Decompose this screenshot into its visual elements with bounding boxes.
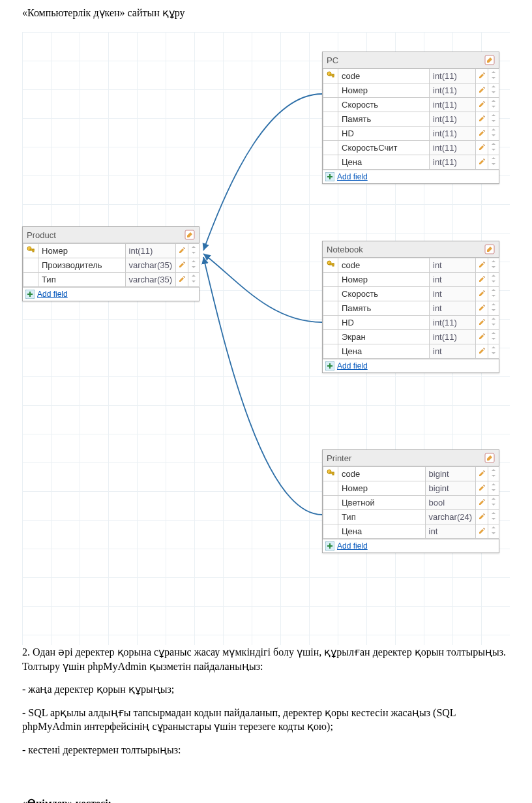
field-row[interactable]: Памятьint <box>323 301 499 316</box>
field-row[interactable]: Типvarchar(35) <box>23 273 200 287</box>
field-name: Скорость <box>338 287 430 301</box>
reorder-field-icon[interactable] <box>488 344 499 359</box>
reorder-field-icon[interactable] <box>488 301 499 316</box>
edit-field-icon[interactable] <box>476 83 488 98</box>
field-name: code <box>338 258 430 273</box>
reorder-field-icon[interactable] <box>488 258 499 273</box>
edit-field-icon[interactable] <box>476 344 488 359</box>
edit-table-icon[interactable] <box>484 244 495 254</box>
edit-table-icon[interactable] <box>484 453 495 463</box>
edit-field-icon[interactable] <box>476 98 488 112</box>
field-name: Цена <box>338 524 426 539</box>
field-row[interactable]: HDint(11) <box>323 316 499 330</box>
add-field-icon[interactable] <box>25 290 35 299</box>
edit-field-icon[interactable] <box>176 273 188 287</box>
field-type: varchar(35) <box>125 273 175 287</box>
edit-field-icon[interactable] <box>476 510 488 524</box>
reorder-field-icon[interactable] <box>488 112 499 127</box>
field-row[interactable]: Цветнойbool <box>323 496 499 510</box>
edit-field-icon[interactable] <box>476 112 488 127</box>
edit-field-icon[interactable] <box>476 330 488 344</box>
reorder-field-icon[interactable] <box>188 273 200 287</box>
add-field-icon[interactable] <box>325 541 334 551</box>
add-field-link[interactable]: Add field <box>337 361 368 371</box>
reorder-field-icon[interactable] <box>488 481 499 496</box>
edit-field-icon[interactable] <box>476 524 488 539</box>
field-row[interactable]: codebigint <box>323 467 499 481</box>
reorder-field-icon[interactable] <box>488 83 499 98</box>
edit-field-icon[interactable] <box>476 273 488 287</box>
reorder-field-icon[interactable] <box>488 316 499 330</box>
field-row[interactable]: Номерbigint <box>323 481 499 496</box>
field-row[interactable]: Ценаint(11) <box>323 155 499 170</box>
field-row[interactable]: Типvarchar(24) <box>323 510 499 524</box>
reorder-field-icon[interactable] <box>488 287 499 301</box>
edit-field-icon[interactable] <box>476 316 488 330</box>
edit-field-icon[interactable] <box>476 258 488 273</box>
svg-rect-3 <box>33 249 34 252</box>
edit-field-icon[interactable] <box>476 496 488 510</box>
edit-table-icon[interactable] <box>484 55 495 65</box>
field-row[interactable]: Скоростьint <box>323 287 499 301</box>
edit-field-icon[interactable] <box>476 301 488 316</box>
primary-key-icon <box>323 287 338 301</box>
reorder-field-icon[interactable] <box>488 155 499 170</box>
field-type: int(11) <box>430 69 476 83</box>
edit-field-icon[interactable] <box>476 69 488 83</box>
add-field-link[interactable]: Add field <box>37 290 68 299</box>
field-row[interactable]: codeint <box>323 258 499 273</box>
table-header[interactable]: Product <box>23 227 199 243</box>
edit-field-icon[interactable] <box>476 141 488 155</box>
reorder-field-icon[interactable] <box>488 524 499 539</box>
field-row[interactable]: Памятьint(11) <box>323 112 499 127</box>
field-name: Экран <box>338 330 430 344</box>
field-row[interactable]: Экранint(11) <box>323 330 499 344</box>
field-row[interactable]: Номерint <box>323 273 499 287</box>
table-header[interactable]: Notebook <box>323 241 499 258</box>
reorder-field-icon[interactable] <box>488 496 499 510</box>
instruction-paragraph: 2. Одан әрі деректер қорына сұраныс жаса… <box>22 645 510 673</box>
field-row[interactable]: Номерint(11) <box>323 83 499 98</box>
field-row[interactable]: Ценаint <box>323 344 499 359</box>
add-field-link[interactable]: Add field <box>337 541 368 551</box>
edit-field-icon[interactable] <box>176 244 188 258</box>
edit-field-icon[interactable] <box>476 481 488 496</box>
table-title: Notebook <box>327 245 363 254</box>
field-name: СкоростьСчит <box>338 141 430 155</box>
reorder-field-icon[interactable] <box>488 141 499 155</box>
reorder-field-icon[interactable] <box>488 330 499 344</box>
reorder-field-icon[interactable] <box>188 244 200 258</box>
field-row[interactable]: Скоростьint(11) <box>323 98 499 112</box>
add-field-icon[interactable] <box>325 361 334 371</box>
primary-key-icon <box>323 112 338 127</box>
edit-field-icon[interactable] <box>176 258 188 273</box>
field-row[interactable]: Номерint(11) <box>23 244 200 258</box>
table-header[interactable]: Printer <box>323 450 499 466</box>
reorder-field-icon[interactable] <box>488 467 499 481</box>
reorder-field-icon[interactable] <box>488 69 499 83</box>
add-field-icon[interactable] <box>325 172 334 181</box>
edit-field-icon[interactable] <box>476 467 488 481</box>
field-name: Номер <box>338 83 430 98</box>
reorder-field-icon[interactable] <box>488 127 499 141</box>
field-type: int <box>430 344 476 359</box>
add-field-link[interactable]: Add field <box>337 172 368 181</box>
reorder-field-icon[interactable] <box>488 510 499 524</box>
primary-key-icon <box>323 155 338 170</box>
field-type: int <box>425 524 475 539</box>
reorder-field-icon[interactable] <box>488 98 499 112</box>
edit-field-icon[interactable] <box>476 127 488 141</box>
field-row[interactable]: Производительvarchar(35) <box>23 258 200 273</box>
field-row[interactable]: СкоростьСчитint(11) <box>323 141 499 155</box>
field-row[interactable]: codeint(11) <box>323 69 499 83</box>
edit-table-icon[interactable] <box>185 230 195 240</box>
field-row[interactable]: HDint(11) <box>323 127 499 141</box>
primary-key-icon <box>323 496 338 510</box>
table-header[interactable]: PC <box>323 52 499 68</box>
reorder-field-icon[interactable] <box>488 273 499 287</box>
edit-field-icon[interactable] <box>476 155 488 170</box>
edit-field-icon[interactable] <box>476 287 488 301</box>
reorder-field-icon[interactable] <box>188 258 200 273</box>
field-type: int(11) <box>430 112 476 127</box>
field-row[interactable]: Ценаint <box>323 524 499 539</box>
